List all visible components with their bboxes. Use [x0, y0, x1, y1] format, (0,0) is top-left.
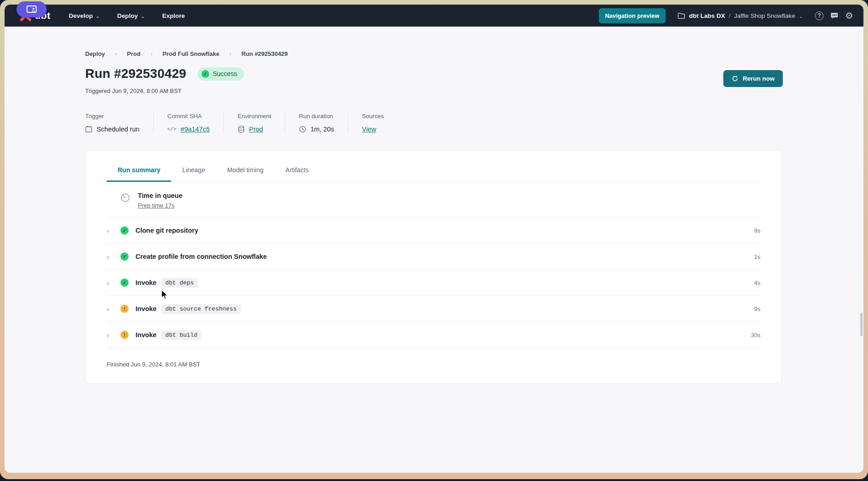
meta-environment: Environment Prod: [238, 113, 285, 133]
project-name: Jaffle Shop Snowflake: [734, 12, 795, 19]
app-window: dbt Develop ⌄ Deploy ⌄ Explore: [5, 5, 863, 473]
feedback-chat-icon[interactable]: [830, 12, 839, 20]
rerun-now-button[interactable]: Rerun now: [723, 70, 783, 87]
mouse-cursor: [161, 290, 169, 301]
run-meta-row: Trigger Scheduled run Commit SHA </> #: [85, 113, 863, 133]
tab-lineage[interactable]: Lineage: [171, 163, 216, 182]
nav-item-develop[interactable]: Develop ⌄: [69, 12, 100, 19]
step-duration: 1s: [754, 253, 760, 260]
finished-timestamp: Finished Jun 9, 2024, 8:01 AM BST: [107, 361, 760, 368]
status-badge: ✓ Success: [197, 67, 244, 81]
nav-right: Navigation preview dbt Labs DX / Jaffle …: [599, 8, 853, 23]
breadcrumb: Deploy › Prod › Prod Full Snowflake › Ru…: [85, 50, 863, 57]
step-status-icon: [120, 279, 129, 287]
screen: dbt Develop ⌄ Deploy ⌄ Explore: [0, 0, 868, 481]
chevron-right-icon[interactable]: ›: [107, 253, 120, 261]
run-summary-card: Run summary Lineage Model timing Artifac…: [85, 150, 782, 384]
command-chip: dbt source freshness: [161, 304, 241, 314]
breadcrumb-separator-icon: ›: [115, 51, 117, 57]
run-detail-page: Deploy › Prod › Prod Full Snowflake › Ru…: [5, 27, 863, 384]
tab-artifacts[interactable]: Artifacts: [275, 163, 320, 182]
chevron-down-icon: ⌄: [799, 13, 803, 19]
account-project-switcher[interactable]: dbt Labs DX / Jaffle Shop Snowflake ⌄: [678, 12, 803, 19]
chevron-right-icon[interactable]: ›: [107, 279, 120, 287]
breadcrumb-prod[interactable]: Prod: [127, 50, 141, 57]
tab-bar: Run summary Lineage Model timing Artifac…: [107, 163, 760, 182]
step-status-icon: [120, 331, 129, 339]
timer-icon: [120, 193, 130, 202]
refresh-icon: [732, 75, 738, 82]
meta-sources: Sources View: [362, 113, 398, 133]
step-duration: 9s: [754, 227, 760, 234]
code-icon: </>: [168, 126, 177, 132]
command-chip: dbt build: [161, 330, 201, 340]
top-navbar: dbt Develop ⌄ Deploy ⌄ Explore: [5, 5, 863, 27]
step-row-dbt-source-freshness[interactable]: › Invoke dbt source freshness 9s: [107, 296, 760, 322]
step-row-dbt-deps[interactable]: › Invoke dbt deps 4s: [107, 270, 760, 296]
time-in-queue-block: Time in queue Prep time 17s: [107, 182, 760, 218]
step-row-create-profile[interactable]: › Create profile from connection Snowfla…: [107, 244, 760, 270]
chevron-right-icon[interactable]: ›: [107, 331, 120, 339]
chevron-down-icon: ⌄: [96, 13, 100, 19]
step-status-icon: [120, 226, 129, 235]
breadcrumb-job[interactable]: Prod Full Snowflake: [163, 50, 219, 57]
command-chip: dbt deps: [161, 278, 198, 288]
breadcrumb-separator: /: [729, 12, 731, 19]
prep-time-link[interactable]: Prep time 17s: [138, 202, 182, 209]
meta-trigger: Trigger Scheduled run: [85, 113, 154, 133]
screen-share-icon: [26, 5, 38, 14]
clock-icon: [299, 126, 306, 133]
run-duration-value: 1m, 20s: [310, 126, 334, 133]
tab-model-timing[interactable]: Model timing: [216, 163, 274, 182]
trigger-value: Scheduled run: [97, 126, 140, 133]
scrollbar-thumb[interactable]: [860, 312, 863, 336]
triggered-timestamp: Triggered Jun 9, 2024, 8:00 AM BST: [85, 87, 244, 94]
breadcrumb-separator-icon: ›: [151, 51, 152, 57]
gear-icon[interactable]: ⚙: [845, 11, 853, 20]
account-name: dbt Labs DX: [689, 12, 725, 19]
queue-title: Time in queue: [138, 192, 182, 199]
success-check-icon: ✓: [201, 70, 209, 78]
meta-commit-sha: Commit SHA </> #9a147c5: [168, 113, 224, 133]
step-duration: 9s: [754, 306, 760, 312]
breadcrumb-separator-icon: ›: [229, 51, 231, 57]
help-icon[interactable]: ?: [815, 11, 824, 20]
breadcrumb-run[interactable]: Run #292530429: [241, 50, 288, 57]
nav-item-explore[interactable]: Explore: [162, 12, 185, 19]
calendar-icon: [85, 126, 92, 133]
folder-icon: [678, 12, 685, 19]
tab-run-summary[interactable]: Run summary: [107, 163, 171, 182]
step-duration: 4s: [754, 279, 760, 286]
step-row-clone-git[interactable]: › Clone git repository 9s: [107, 218, 760, 244]
commit-sha-link[interactable]: #9a147c5: [180, 126, 210, 133]
header-row: Run #292530429 ✓ Success Triggered Jun 9…: [85, 66, 783, 94]
breadcrumb-deploy[interactable]: Deploy: [85, 50, 105, 57]
nav-icons: ? ⚙: [815, 11, 853, 20]
page-title: Run #292530429: [85, 66, 186, 81]
nav-menu: Develop ⌄ Deploy ⌄ Explore: [69, 12, 185, 19]
database-icon: [238, 126, 245, 133]
status-badge-label: Success: [213, 70, 237, 77]
step-duration: 30s: [751, 332, 760, 339]
environment-link[interactable]: Prod: [249, 126, 263, 133]
chevron-right-icon[interactable]: ›: [107, 227, 120, 235]
nav-item-deploy[interactable]: Deploy ⌄: [117, 12, 145, 19]
step-status-icon: [120, 305, 129, 313]
chevron-right-icon[interactable]: ›: [107, 305, 120, 313]
step-status-icon: [120, 252, 129, 261]
screen-share-indicator: [16, 1, 47, 17]
window-frame: dbt Develop ⌄ Deploy ⌄ Explore: [0, 0, 868, 479]
chevron-down-icon: ⌄: [141, 13, 145, 19]
step-row-dbt-build[interactable]: › Invoke dbt build 30s: [107, 322, 760, 348]
navigation-preview-button[interactable]: Navigation preview: [599, 8, 666, 23]
sources-view-link[interactable]: View: [362, 126, 376, 133]
meta-run-duration: Run duration 1m, 20s: [299, 113, 348, 133]
